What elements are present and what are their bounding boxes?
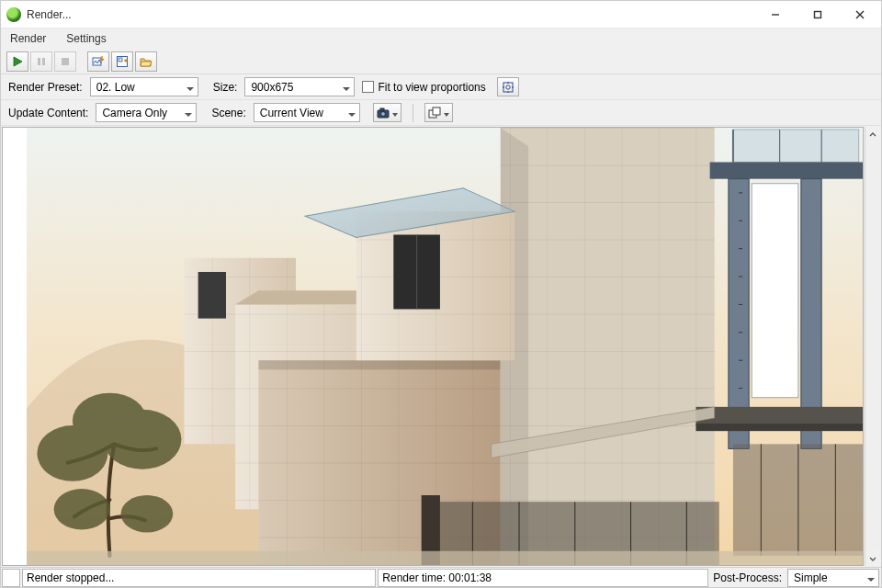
svg-rect-55 [752, 184, 798, 398]
app-icon [6, 7, 21, 22]
scroll-up-button[interactable] [865, 127, 880, 142]
post-process-value: Simple [794, 571, 828, 584]
stop-button [54, 51, 76, 72]
svg-rect-5 [38, 58, 40, 65]
play-button[interactable] [6, 51, 28, 72]
label-render-preset: Render Preset: [8, 81, 83, 94]
chevron-down-icon [332, 81, 350, 94]
update-content-select[interactable]: Camera Only [96, 103, 197, 122]
export-button[interactable] [111, 51, 133, 72]
chevron-down-icon [392, 107, 398, 119]
separator [413, 104, 413, 122]
titlebar: Render... [1, 1, 881, 28]
scene-value: Current View [260, 107, 323, 119]
size-value: 900x675 [251, 81, 293, 94]
status-message: Render stopped... [22, 569, 376, 587]
chevron-down-icon [444, 107, 449, 119]
svg-rect-7 [62, 58, 69, 65]
fit-to-view-checkbox[interactable]: Fit to view proportions [362, 81, 485, 94]
label-size: Size: [213, 81, 238, 94]
label-update-content: Update Content: [8, 107, 88, 119]
svg-rect-48 [733, 130, 859, 162]
copy-view-button[interactable] [424, 103, 453, 122]
window-title: Render... [27, 8, 72, 21]
fit-label: Fit to view proportions [378, 81, 485, 94]
svg-rect-57 [695, 424, 863, 431]
scroll-down-button[interactable] [865, 550, 880, 566]
svg-rect-78 [27, 551, 863, 565]
svg-point-18 [380, 111, 385, 116]
svg-point-29 [54, 489, 110, 530]
size-select[interactable]: 900x675 [244, 77, 355, 96]
update-content-value: Camera Only [102, 107, 167, 119]
label-scene: Scene: [211, 107, 245, 119]
pause-button [30, 51, 52, 72]
chevron-down-icon [174, 107, 192, 119]
svg-point-12 [506, 85, 510, 88]
svg-rect-11 [503, 83, 513, 92]
svg-rect-41 [501, 128, 715, 565]
render-canvas [27, 128, 863, 565]
menu-settings[interactable]: Settings [62, 30, 109, 47]
render-preset-select[interactable]: 02. Low [90, 77, 198, 96]
svg-rect-19 [380, 108, 384, 111]
render-preset-value: 02. Low [96, 81, 135, 94]
post-process-select[interactable]: Simple [787, 569, 879, 587]
scroll-track[interactable] [865, 142, 880, 550]
close-button[interactable] [839, 1, 881, 28]
svg-rect-56 [695, 407, 863, 425]
options-row-2: Update Content: Camera Only Scene: Curre… [1, 100, 881, 126]
svg-point-30 [121, 495, 174, 533]
viewport[interactable] [2, 127, 864, 566]
scene-select[interactable]: Current View [254, 103, 360, 122]
viewport-area [1, 126, 881, 567]
render-time: Render time: 00:01:38 [378, 569, 708, 587]
minimize-button[interactable] [754, 1, 797, 28]
menubar: Render Settings [1, 28, 881, 49]
toolbar [1, 49, 881, 74]
svg-rect-39 [258, 360, 500, 369]
svg-rect-6 [42, 58, 45, 65]
camera-button[interactable] [373, 103, 401, 122]
svg-marker-4 [14, 57, 22, 66]
chevron-down-icon [175, 81, 194, 94]
svg-rect-52 [710, 162, 863, 178]
save-image-button[interactable] [87, 51, 109, 72]
options-row-1: Render Preset: 02. Low Size: 900x675 Fit… [1, 74, 881, 100]
open-folder-button[interactable] [135, 51, 157, 72]
chevron-down-icon [337, 107, 356, 119]
lock-aspect-button[interactable] [497, 77, 519, 96]
menu-render[interactable]: Render [6, 30, 50, 47]
svg-rect-21 [433, 107, 440, 115]
statusbar: Render stopped... Render time: 00:01:38 … [1, 567, 881, 587]
status-indicator [2, 569, 20, 587]
svg-rect-10 [119, 58, 122, 62]
checkbox-icon [362, 81, 374, 93]
maximize-button[interactable] [797, 1, 839, 28]
label-post-process: Post-Process: [709, 571, 786, 584]
svg-point-28 [73, 393, 147, 449]
svg-rect-33 [198, 272, 226, 319]
vertical-scrollbar[interactable] [865, 127, 880, 566]
svg-rect-1 [815, 11, 821, 17]
chevron-down-icon [856, 571, 875, 584]
